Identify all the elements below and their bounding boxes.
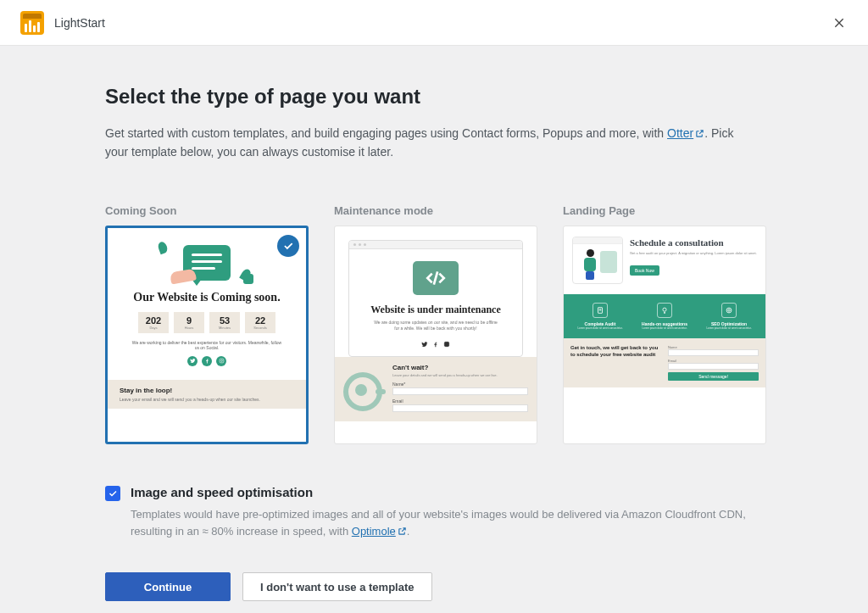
button-row: Continue I don't want to use a template bbox=[105, 572, 766, 601]
template-option-landing: Landing Page Schedule a consultation Get… bbox=[563, 204, 766, 444]
cant-wait-block: Can't wait? Leave your details and we wi… bbox=[335, 357, 537, 421]
person-board-illustration bbox=[572, 237, 623, 284]
svg-point-7 bbox=[663, 308, 666, 311]
features-row: Complete AuditLorem ipsum dolor sit amet… bbox=[564, 294, 765, 338]
template-card-maintenance[interactable]: Website is under maintenance We are doin… bbox=[334, 226, 537, 444]
browser-frame: Website is under maintenance We are doin… bbox=[348, 240, 523, 357]
social-icons bbox=[358, 336, 514, 343]
twitter-icon bbox=[187, 356, 198, 366]
svg-point-4 bbox=[446, 343, 448, 345]
email-input-preview bbox=[668, 363, 759, 370]
preview-headline: Our Website is Coming soon. bbox=[118, 291, 296, 305]
template-label: Maintenance mode bbox=[334, 204, 537, 217]
chat-bubble-illustration bbox=[118, 240, 296, 286]
app-title: LightStart bbox=[54, 16, 105, 30]
template-option-maintenance: Maintenance mode Website is under mainte… bbox=[334, 204, 537, 444]
instagram-icon bbox=[443, 336, 450, 343]
header-left: LightStart bbox=[20, 11, 105, 35]
facebook-icon bbox=[202, 356, 212, 366]
code-icon bbox=[413, 261, 459, 295]
facebook-icon bbox=[432, 336, 439, 343]
optimole-link[interactable]: Optimole bbox=[352, 525, 407, 538]
contact-row: Get in touch, we will get back to you to… bbox=[564, 338, 765, 387]
countdown-row: 202Days 9Hours 53Minutes 22Seconds bbox=[118, 312, 296, 333]
preview-subtext: Get a free audit on your project. A migr… bbox=[630, 251, 757, 255]
preview-headline: Schedule a consultation bbox=[630, 238, 757, 248]
name-input-preview bbox=[392, 387, 528, 395]
optimization-row: Image and speed optimisation Templates w… bbox=[105, 485, 766, 540]
optimization-desc: Templates would have pre-optimized image… bbox=[131, 506, 758, 540]
preview-subtext: We are doing some updates on our site, a… bbox=[373, 320, 498, 331]
template-options: Coming Soon Our Website is Coming soon. bbox=[105, 204, 766, 444]
modal-header: LightStart bbox=[0, 0, 868, 46]
twitter-icon bbox=[421, 336, 428, 343]
page-title: Select the type of page you want bbox=[105, 85, 766, 109]
stay-in-loop-block: Stay in the loop! Leave your email and w… bbox=[108, 380, 306, 409]
name-input-preview bbox=[668, 349, 759, 356]
svg-point-9 bbox=[728, 309, 731, 312]
template-label: Landing Page bbox=[563, 204, 766, 217]
send-button-preview: Send message! bbox=[668, 372, 759, 381]
optimization-checkbox[interactable] bbox=[105, 486, 120, 501]
modal-content: Select the type of page you want Get sta… bbox=[0, 46, 868, 613]
document-icon bbox=[593, 303, 608, 318]
svg-point-2 bbox=[222, 359, 223, 360]
preview-subtext: We are working to deliver the best exper… bbox=[130, 340, 284, 351]
preview-headline: Website is under maintenance bbox=[358, 304, 514, 315]
svg-point-5 bbox=[448, 343, 448, 343]
at-sign-icon bbox=[343, 372, 382, 411]
book-now-badge: Book Now bbox=[630, 265, 659, 276]
target-icon bbox=[721, 303, 737, 318]
contact-text: Get in touch, we will get back to you to… bbox=[570, 345, 661, 381]
template-label: Coming Soon bbox=[105, 204, 309, 217]
lightbulb-icon bbox=[657, 303, 672, 318]
intro-prefix: Get started with custom templates, and b… bbox=[105, 126, 667, 140]
optimization-title: Image and speed optimisation bbox=[131, 485, 758, 499]
social-icons bbox=[118, 356, 296, 366]
skip-template-button[interactable]: I don't want to use a template bbox=[242, 572, 432, 601]
external-link-icon bbox=[398, 527, 407, 536]
template-card-landing[interactable]: Schedule a consultation Get a free audit… bbox=[563, 226, 766, 444]
email-input-preview bbox=[392, 404, 528, 412]
app-icon bbox=[20, 11, 44, 35]
svg-point-1 bbox=[220, 360, 222, 362]
continue-button[interactable]: Continue bbox=[105, 572, 231, 601]
otter-link[interactable]: Otter bbox=[667, 126, 704, 140]
check-icon bbox=[108, 488, 118, 499]
instagram-icon bbox=[216, 356, 226, 366]
template-option-coming-soon: Coming Soon Our Website is Coming soon. bbox=[105, 204, 309, 444]
template-card-coming-soon[interactable]: Our Website is Coming soon. 202Days 9Hou… bbox=[105, 226, 309, 444]
intro-text: Get started with custom templates, and b… bbox=[105, 124, 749, 162]
close-icon bbox=[832, 15, 846, 31]
external-link-icon bbox=[695, 129, 704, 138]
close-button[interactable] bbox=[827, 11, 851, 35]
svg-point-8 bbox=[726, 308, 732, 313]
